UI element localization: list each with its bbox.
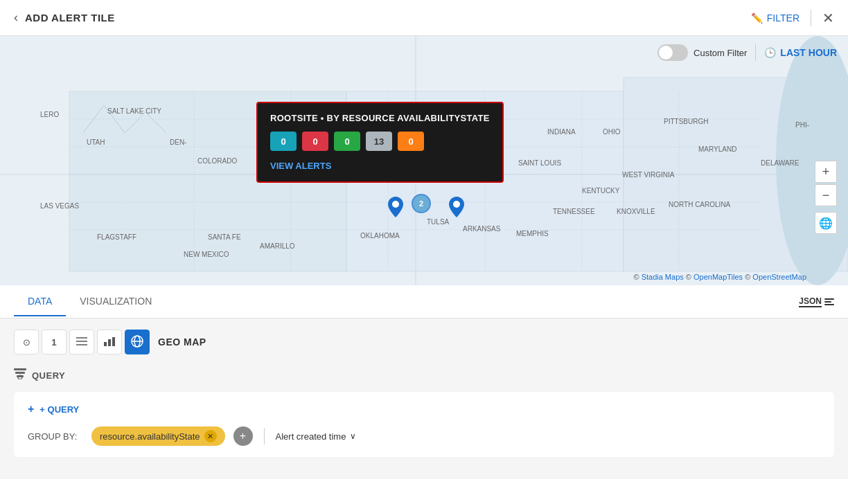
tag-remove-button[interactable]: ✕ [204,430,217,442]
custom-filter-toggle: Custom Filter [657,44,747,61]
last-hour-label: LAST HOUR [780,47,837,58]
badge-gray: 13 [366,132,392,151]
view-type-chart[interactable] [97,330,122,354]
globe-icon: 🌐 [819,217,833,230]
svg-rect-22 [112,337,115,346]
header: ‹ ADD ALERT TILE ✏️ FILTER ✕ [0,0,848,36]
openstreetmap-link[interactable]: OpenStreetMap [752,273,806,281]
query-icon [14,368,26,382]
query-header: QUERY [14,368,834,382]
close-icon: ✕ [822,10,834,26]
svg-rect-21 [108,339,111,346]
svg-point-15 [392,201,399,208]
svg-rect-27 [15,372,25,374]
stadia-maps-link[interactable]: Stadia Maps [642,273,684,281]
clock-icon: 🕒 [764,47,776,58]
view-type-label: GEO MAP [158,336,206,348]
add-icon: + [240,430,246,442]
svg-point-16 [453,201,460,208]
chevron-down-icon: ∨ [350,431,356,441]
tag-value: resource.availabilityState [100,431,200,442]
badge-orange: 0 [398,132,424,151]
openmap-tiles-link[interactable]: OpenMapTiles [694,273,743,281]
view-type-geo[interactable] [125,330,150,354]
close-button[interactable]: ✕ [822,10,834,26]
json-lines-icon [824,298,834,305]
json-button[interactable]: JSON [799,296,834,307]
group-by-separator [264,428,265,444]
badge-green: 0 [334,132,360,151]
back-icon: ‹ [14,10,18,25]
map-control-divider [755,44,756,61]
query-title: QUERY [32,370,65,381]
single-icon: 1 [51,337,56,348]
custom-filter-label: Custom Filter [694,48,747,58]
back-button[interactable]: ‹ [14,10,18,25]
chart-icon [104,336,115,348]
add-query-label: + QUERY [39,404,79,415]
query-section: QUERY + + QUERY GROUP BY: resource.avail… [14,368,834,457]
last-hour-button[interactable]: 🕒 LAST HOUR [764,47,837,58]
popup-badges: 0 0 0 13 0 [270,132,490,151]
filter-icon: ✏️ [751,12,763,24]
header-right: ✏️ FILTER ✕ [751,10,834,26]
map-attribution: © Stadia Maps © OpenMapTiles © OpenStree… [633,273,806,281]
map-pin-2 [449,197,464,220]
view-type-summary[interactable]: ⊙ [14,330,39,354]
toggle-knob [659,46,673,60]
map-pin-1 [388,197,403,220]
badge-red: 0 [302,132,328,151]
map-container: SALT LAKE CITY UTAH COLORADO SANTA FE LA… [0,36,848,285]
json-line-2 [824,301,831,303]
svg-rect-20 [104,342,107,346]
add-query-button[interactable]: + + QUERY [28,403,79,415]
tab-visualization[interactable]: VISUALIZATION [66,287,166,316]
query-box: + + QUERY GROUP BY: resource.availabilit… [14,392,834,457]
zoom-out-button[interactable]: − [815,184,837,206]
tabs: DATA VISUALIZATION [14,287,799,316]
filter-label: FILTER [767,12,800,24]
globe-button[interactable]: 🌐 [815,212,837,234]
tab-data[interactable]: DATA [14,287,66,316]
tabs-area: DATA VISUALIZATION JSON [0,285,848,318]
map-popup: ROOTSITE • BY RESOURCE AVAILABILITYSTATE… [256,102,504,183]
data-panel: ⊙ 1 [0,318,848,479]
plus-icon: + [28,403,34,415]
zoom-in-button[interactable]: + [815,161,837,183]
json-icon: JSON [799,296,822,307]
time-filter-label: Alert created time [276,431,346,442]
header-divider [811,10,811,26]
map-zoom-controls: + − 🌐 [815,161,837,234]
view-selector: ⊙ 1 [14,330,834,354]
custom-filter-switch[interactable] [657,44,688,61]
geo-icon [131,335,143,350]
group-by-tag: resource.availabilityState ✕ [91,426,225,446]
badge-teal: 0 [270,132,297,151]
add-tag-button[interactable]: + [233,426,253,446]
group-by-label: GROUP BY: [28,431,83,442]
svg-rect-26 [14,368,26,370]
json-line-3 [824,304,834,305]
view-type-single[interactable]: 1 [42,330,67,354]
page-title: ADD ALERT TILE [25,12,115,24]
popup-title: ROOTSITE • BY RESOURCE AVAILABILITYSTATE [270,113,490,123]
map-top-right-controls: Custom Filter 🕒 LAST HOUR [657,44,837,61]
time-filter-button[interactable]: Alert created time ∨ [276,431,357,442]
list-icon [76,336,87,348]
summary-icon: ⊙ [23,337,30,348]
view-alerts-link[interactable]: VIEW ALERTS [270,161,331,171]
group-by-row: GROUP BY: resource.availabilityState ✕ +… [28,426,820,446]
view-type-list[interactable] [69,330,94,354]
map-pin-cluster: 2 [412,194,431,213]
filter-button[interactable]: ✏️ FILTER [751,12,800,24]
header-left: ‹ ADD ALERT TILE [14,10,115,25]
json-line-1 [824,298,834,300]
